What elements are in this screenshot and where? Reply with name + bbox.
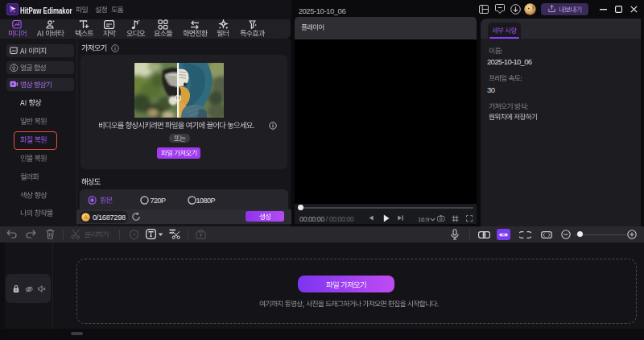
svg-text:A: A	[84, 214, 88, 220]
